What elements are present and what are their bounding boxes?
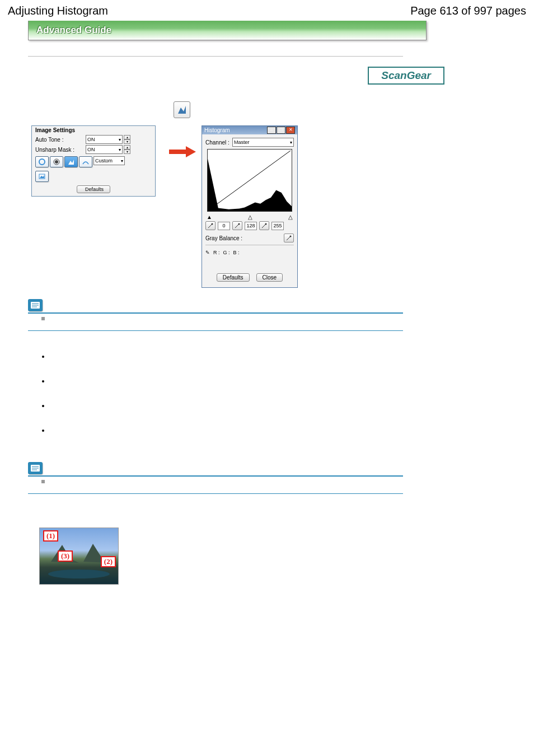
histogram-canvas <box>207 149 292 212</box>
unsharp-select[interactable]: ON <box>86 145 123 154</box>
final-review-icon[interactable] <box>35 171 49 182</box>
list-item <box>50 377 512 380</box>
svg-point-28 <box>48 570 110 578</box>
callout-3: (3) <box>58 550 73 562</box>
section-rule <box>28 312 403 314</box>
gray-balance-eyedropper-icon[interactable] <box>284 234 294 242</box>
gray-balance-label: Gray Balance : <box>205 235 242 241</box>
svg-point-17 <box>290 236 292 237</box>
sample-photo: (1) (2) (3) <box>39 528 119 585</box>
brand-badge: ScanGear <box>368 67 444 85</box>
bullet-list <box>50 352 512 430</box>
r-label: R : <box>213 250 220 255</box>
histogram-close-button[interactable]: Close <box>256 273 283 282</box>
list-item <box>50 426 512 430</box>
auto-tone-label: Auto Tone : <box>35 137 86 143</box>
highlight-slider-icon[interactable]: △ <box>288 214 293 220</box>
callout-2: (2) <box>101 556 116 567</box>
highlight-eyedropper-icon[interactable] <box>259 221 269 230</box>
section-rule <box>28 475 403 477</box>
highlight-value[interactable]: 255 <box>271 222 284 230</box>
svg-marker-9 <box>208 159 292 212</box>
svg-point-2 <box>55 160 58 164</box>
shadow-slider-icon[interactable]: ▲ <box>207 214 212 220</box>
list-item <box>50 352 512 356</box>
sub-bullet <box>41 317 45 320</box>
auto-tone-select[interactable]: ON <box>86 135 123 144</box>
svg-point-15 <box>265 223 267 225</box>
channel-label: Channel : <box>205 139 232 146</box>
adjust-saturation-icon[interactable] <box>35 156 49 167</box>
eyedropper-small-icon: ✎ <box>205 250 210 255</box>
adjust-brightness-icon[interactable] <box>50 156 63 167</box>
svg-marker-4 <box>68 160 74 165</box>
image-settings-defaults-button[interactable]: Defaults <box>77 185 110 193</box>
divider <box>28 56 403 57</box>
section-rule-thin <box>28 330 403 331</box>
histogram-dialog-title: Histogram <box>204 127 230 133</box>
histogram-toolbar-icon[interactable] <box>174 101 190 118</box>
channel-select[interactable]: Master <box>232 138 294 147</box>
histogram-dialog: Histogram – □ ✕ Channel : Master <box>202 125 298 288</box>
minimize-icon[interactable]: – <box>267 127 276 134</box>
adjust-tonecurve-icon[interactable] <box>79 156 92 167</box>
maximize-icon[interactable]: □ <box>277 127 285 134</box>
svg-point-1 <box>39 159 45 165</box>
b-label: B : <box>233 250 240 255</box>
mid-slider-icon[interactable]: △ <box>248 214 252 220</box>
red-arrow-icon <box>169 146 196 158</box>
close-icon[interactable]: ✕ <box>286 127 295 134</box>
spinner[interactable]: ▴▾ <box>124 135 130 144</box>
advanced-guide-tab: Advanced Guide <box>28 21 427 40</box>
svg-marker-6 <box>40 175 44 178</box>
sub-bullet <box>41 480 45 483</box>
adjust-histogram-icon[interactable] <box>64 156 78 167</box>
g-label: G : <box>223 250 230 255</box>
spinner[interactable]: ▴▾ <box>124 145 130 154</box>
svg-marker-0 <box>178 106 186 114</box>
image-settings-title: Image Settings <box>32 126 155 134</box>
svg-point-13 <box>238 223 240 225</box>
shadow-value[interactable]: 0 <box>218 222 230 230</box>
shadow-eyedropper-icon[interactable] <box>205 221 216 230</box>
page-indicator: Page 613 of 997 pages <box>410 4 526 17</box>
svg-point-11 <box>212 223 213 225</box>
note-icon <box>28 462 43 474</box>
mid-value[interactable]: 128 <box>245 222 257 230</box>
note-icon <box>28 299 43 311</box>
histogram-defaults-button[interactable]: Defaults <box>217 273 250 282</box>
page-title: Adjusting Histogram <box>8 4 108 17</box>
image-settings-panel: Image Settings Auto Tone : ON ▴▾ Unsharp… <box>31 125 156 197</box>
section-rule-thin <box>28 493 403 494</box>
svg-marker-7 <box>169 146 196 157</box>
custom-select[interactable]: Custom <box>93 156 125 165</box>
mid-eyedropper-icon[interactable] <box>232 221 242 230</box>
callout-1: (1) <box>43 530 58 542</box>
list-item <box>50 402 512 405</box>
unsharp-label: Unsharp Mask : <box>35 147 86 153</box>
